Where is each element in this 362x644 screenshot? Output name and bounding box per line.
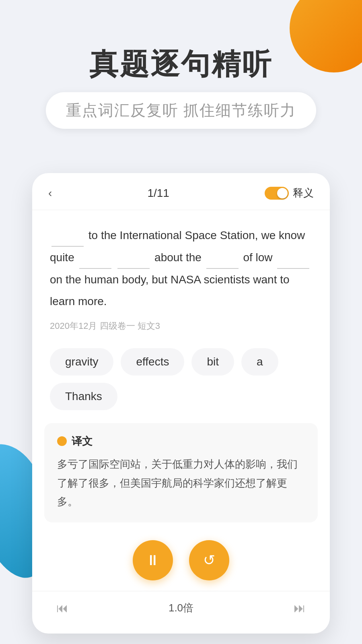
blank-5 bbox=[277, 247, 309, 269]
blank-1 bbox=[51, 225, 84, 247]
toggle-label: 释义 bbox=[293, 186, 314, 200]
card-nav: ‹ 1/11 释义 bbox=[32, 173, 330, 210]
prev-button[interactable]: ⏮ bbox=[56, 601, 68, 615]
blank-3 bbox=[117, 247, 150, 269]
passage-text: to the International Space Station, we k… bbox=[50, 225, 312, 312]
refresh-icon: ↺ bbox=[203, 552, 215, 569]
word-chip-bit[interactable]: bit bbox=[191, 348, 234, 376]
translation-title: 译文 bbox=[72, 434, 93, 448]
pause-icon: ⏸ bbox=[146, 552, 160, 569]
speed-label[interactable]: 1.0倍 bbox=[169, 601, 193, 615]
blank-2 bbox=[79, 247, 111, 269]
passage-segment-3: of low bbox=[243, 251, 276, 264]
header-section: 真题逐句精听 重点词汇反复听 抓住细节练听力 bbox=[0, 0, 362, 145]
back-button[interactable]: ‹ bbox=[48, 187, 52, 200]
app-card: ‹ 1/11 释义 to the International Space Sta… bbox=[32, 173, 330, 634]
passage-area: to the International Space Station, we k… bbox=[32, 210, 330, 342]
word-chip-thanks[interactable]: Thanks bbox=[50, 383, 117, 410]
bottom-bar: ⏮ 1.0倍 ⏭ bbox=[32, 591, 330, 621]
translation-box: 译文 多亏了国际空间站，关于低重力对人体的影响，我们了解了很多，但美国宇航局的科… bbox=[44, 423, 318, 522]
translation-text: 多亏了国际空间站，关于低重力对人体的影响，我们了解了很多，但美国宇航局的科学家们… bbox=[57, 455, 305, 511]
subtitle-pill: 重点词汇反复听 抓住细节练听力 bbox=[46, 92, 317, 129]
blank-4 bbox=[206, 247, 239, 269]
progress-indicator: 1/11 bbox=[147, 187, 169, 200]
source-tag: 2020年12月 四级卷一 短文3 bbox=[50, 320, 312, 332]
main-title: 真题逐句精听 bbox=[24, 48, 338, 80]
player-controls: ⏸ ↺ bbox=[32, 532, 330, 587]
passage-segment-4: on the human body, but NASA scientists w… bbox=[50, 273, 290, 307]
word-chip-gravity[interactable]: gravity bbox=[50, 348, 113, 376]
refresh-button[interactable]: ↺ bbox=[189, 540, 229, 580]
translation-dot bbox=[57, 436, 67, 446]
word-chip-a[interactable]: a bbox=[241, 348, 278, 376]
pause-button[interactable]: ⏸ bbox=[133, 540, 173, 580]
word-chip-effects[interactable]: effects bbox=[121, 348, 184, 376]
next-button[interactable]: ⏭ bbox=[294, 601, 306, 615]
toggle-area[interactable]: 释义 bbox=[265, 186, 314, 200]
passage-segment-2: about the bbox=[154, 251, 205, 264]
word-chips-container: gravity effects bit a Thanks bbox=[32, 342, 330, 417]
toggle-switch[interactable] bbox=[265, 187, 289, 200]
subtitle-text: 重点词汇反复听 抓住细节练听力 bbox=[66, 102, 296, 119]
translation-header: 译文 bbox=[57, 434, 305, 448]
toggle-knob bbox=[277, 188, 288, 198]
